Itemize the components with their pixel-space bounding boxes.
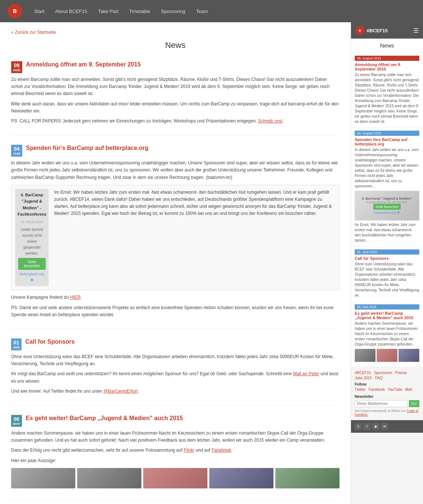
facebook-link[interactable]: Facebook <box>212 448 231 453</box>
sidebar-article-2-title: Spenden fürs BarCamp auf betterplace.org <box>355 137 419 146</box>
article-1-header: 09 AUG Anmeldung öffnet am 9. September … <box>11 61 340 73</box>
sidebar-newsletter-btn[interactable]: Go! <box>409 400 419 407</box>
main-content: Zurück zur Startseite News 09 AUG Anmeld… <box>0 22 351 504</box>
sidebar-photo-3 <box>399 349 419 362</box>
hamburger-icon[interactable]: ☰ <box>413 27 419 34</box>
sidebar-youtube-icon[interactable]: ▶ <box>373 423 379 430</box>
sidebar-footer-faq[interactable]: FAQ <box>375 376 383 380</box>
flickr-link[interactable]: Flickr <box>184 448 194 453</box>
sidebar-article-4: 06. Mai 2015 Es geht weiter! BarCamp „Ju… <box>351 301 423 367</box>
article-3-title: Call for Sponsors <box>25 338 75 345</box>
page-wrapper: Zurück zur Startseite News 09 AUG Anmeld… <box>0 22 423 504</box>
sidebar-footer-links: #BCEF15 · Sponsoren · Presse · Jobs 2015… <box>355 371 419 380</box>
sidebar-newsletter: Newsletter Go! We expect everybody to fo… <box>355 395 419 416</box>
sidebar: B #BCEF15 ☰ News 06. August 2015 Anmeldu… <box>351 22 423 504</box>
photo-thumb-2 <box>77 468 141 488</box>
sidebar-article-1: 06. August 2015 Anmeldung öffnet am 9. S… <box>351 53 423 128</box>
sidebar-newsletter-input[interactable] <box>355 400 408 407</box>
sidebar-article-1-title: Anmeldung öffnet am 9. September 2015 <box>355 62 419 71</box>
sidebar-footer-jobs[interactable]: Jobs 2015 <box>355 376 372 380</box>
nav-timetable[interactable]: Timetable <box>125 6 155 17</box>
betterplace-visit-btn[interactable]: Seite besuchen <box>18 258 46 270</box>
sidebar-photo-1 <box>355 349 376 362</box>
sidebar-article-3-title: Call for Sponsors <box>355 256 419 261</box>
sidebar-social: 𝕏 f ▶ ✉ <box>351 420 423 433</box>
sidebar-article-2-body: In diesem Jahr wollen wir uns u.a. vom U… <box>355 147 419 189</box>
article-1-date-badge: 09 AUG <box>11 61 22 73</box>
photo-thumb-3 <box>143 468 207 488</box>
sidebar-date-3: 01. Juni 2015 <box>355 249 419 255</box>
article-2-header: 04 AUG Spenden für's BarCamp auf betterp… <box>11 145 340 157</box>
sidebar-article-3-body: Ohne eure Unterstützung wäre das BCEF ei… <box>355 262 419 298</box>
sidebar-newsletter-form: Go! <box>355 400 419 407</box>
sidebar-date-4: 06. Mai 2015 <box>355 304 419 310</box>
article-4-header: 06 MAY Es geht weiter! BarCamp „Jugend &… <box>11 415 340 427</box>
sidebar-twitter[interactable]: Twitter <box>355 387 365 392</box>
sidebar-facebook-icon[interactable]: f <box>364 423 370 430</box>
sidebar-mail[interactable]: Mail <box>405 387 412 392</box>
sidebar-date-1: 06. August 2015 <box>355 56 419 61</box>
sidebar-follow-title: Follow <box>355 382 419 386</box>
sidebar-article-4-title: Es geht weiter! BarCamp „Jugend & Medien… <box>355 311 419 320</box>
article-2-title: Spenden für's BarCamp auf betterplace.or… <box>26 145 148 151</box>
betterplace-image: 4. BarCamp "Jugend & Medien" - Fachkonfe… <box>15 189 49 287</box>
news-article-4: 06 MAY Es geht weiter! BarCamp „Jugend &… <box>11 415 340 500</box>
nav-about[interactable]: About BCEF15 <box>50 6 92 17</box>
article-1-link[interactable]: Schreib uns! <box>258 118 283 124</box>
sidebar-date-2: 04. August 2015 <box>355 131 419 136</box>
nav-team[interactable]: Team <box>192 6 213 17</box>
back-link[interactable]: Zurück zur Startseite <box>11 30 340 35</box>
article-2-date-badge: 04 AUG <box>11 145 22 157</box>
news-article-2: 04 AUG Spenden für's BarCamp auf betterp… <box>11 145 340 329</box>
news-article-3: 01 JUN Call for Sponsors Ohne eure Unter… <box>11 338 340 406</box>
sidebar-facebook[interactable]: Facebook <box>368 387 385 392</box>
sidebar-article-2: 04. August 2015 Spenden fürs BarCamp auf… <box>351 128 423 246</box>
sidebar-email-icon[interactable]: ✉ <box>381 423 388 430</box>
nav-sponsoring[interactable]: Sponsoring <box>157 6 190 17</box>
sidebar-youtube[interactable]: YouTube <box>388 387 402 392</box>
sidebar-betterplace-btn[interactable]: Seite besuchen <box>373 204 401 210</box>
photo-thumb-4 <box>209 468 273 488</box>
article-2-body: In diesem Jahr wollen wir uns u.a. vom U… <box>11 160 340 318</box>
header-logo: B <box>7 4 22 19</box>
article-4-date-badge: 06 MAY <box>11 415 22 427</box>
photos-row <box>11 468 340 488</box>
betterplace-box: 4. BarCamp "Jugend & Medien" - Fachkonfe… <box>11 185 340 291</box>
hier-link[interactable]: HIER <box>70 295 81 300</box>
main-nav: Start About BCEF15 Take Part Timetable S… <box>30 6 212 17</box>
betterplace-text: Im Ernst: Wir haben letztes Jahr zum ers… <box>54 189 335 287</box>
sidebar-news-title: News <box>351 39 423 53</box>
article-3-body: Ohne eure Unterstützung wäre das BCEF ei… <box>11 353 340 395</box>
sidebar-twitter-icon[interactable]: 𝕏 <box>355 423 361 430</box>
sidebar-footer: #BCEF15 · Sponsoren · Presse · Jobs 2015… <box>351 367 423 420</box>
news-article-1: 09 AUG Anmeldung öffnet am 9. September … <box>11 61 340 135</box>
sidebar-footer-sponsoren[interactable]: Sponsoren <box>374 371 392 375</box>
article-1-title: Anmeldung öffnet am 9. September 2015 <box>26 61 141 68</box>
article-4-body: Andere machen Sommerpause, wir haben uns… <box>11 430 340 488</box>
sidebar-article-1-body: Zu einem Barcamp sollte man sich anmelde… <box>355 72 419 124</box>
site-header: B Start About BCEF15 Take Part Timetable… <box>0 0 423 22</box>
sidebar-follow: Follow Twitter Facebook YouTube Mail <box>355 382 419 392</box>
sidebar-logo-circle: B <box>355 26 364 35</box>
article-4-title: Es geht weiter! BarCamp „Jugend & Medien… <box>26 415 183 422</box>
nav-take-part[interactable]: Take Part <box>94 6 123 17</box>
sidebar-follow-links: Twitter Facebook YouTube Mail <box>355 387 419 392</box>
photo-thumb-1 <box>11 468 75 488</box>
sidebar-article-4-body: Andere machen Sommerpause, wir haben uns… <box>355 321 419 347</box>
sidebar-photos-row <box>355 349 419 362</box>
twitter-link[interactable]: @BarCampErfurt <box>104 389 138 394</box>
sidebar-newsletter-title: Newsletter <box>355 395 419 399</box>
sidebar-footer-brand[interactable]: #BCEF15 <box>355 371 371 375</box>
sidebar-footer-presse[interactable]: Presse <box>395 371 407 375</box>
sidebar-photo-2 <box>377 349 397 362</box>
photo-thumb-5 <box>275 468 340 488</box>
article-3-date-badge: 01 JUN <box>11 338 22 350</box>
nav-start[interactable]: Start <box>30 6 49 17</box>
sidebar-article-3: 01. Juni 2015 Call for Sponsors Ohne eur… <box>351 246 423 301</box>
page-title: News <box>11 40 340 54</box>
sidebar-betterplace-img: 4. BarCamp "Jugend & Medien" Fachkonfere… <box>355 191 419 220</box>
sidebar-brand: #BCEF15 <box>367 28 388 33</box>
mail-peter-link[interactable]: Mail an Peter <box>293 371 319 376</box>
article-1-body: Zu einem Barcamp sollte man sich anmelde… <box>11 76 340 125</box>
sidebar-header: B #BCEF15 ☰ <box>351 22 423 39</box>
